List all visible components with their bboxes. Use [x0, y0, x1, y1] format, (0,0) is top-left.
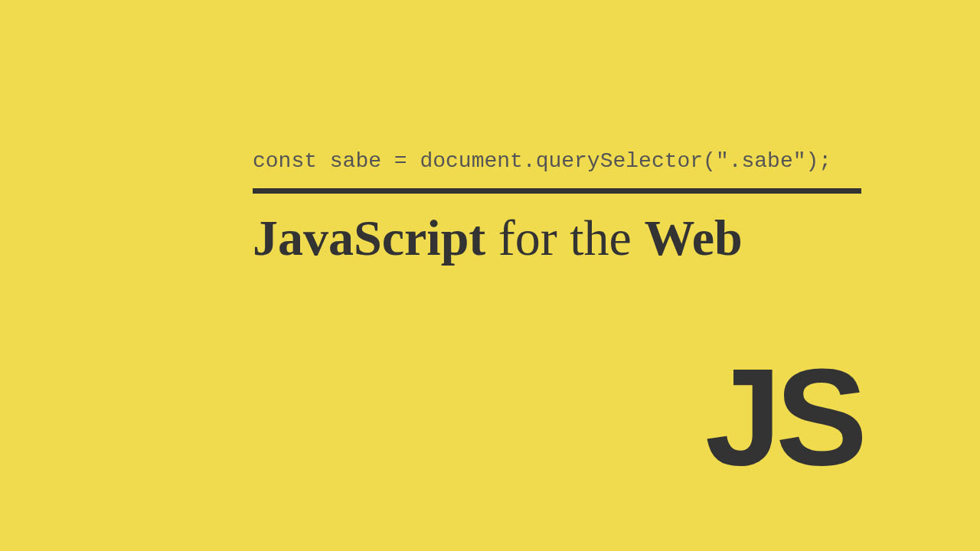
divider-line [253, 188, 861, 194]
js-logo: JS [705, 348, 861, 486]
banner-content: const sabe = document.querySelector(".sa… [253, 149, 861, 263]
heading-word-javascript: JavaScript [253, 210, 485, 266]
main-heading: JavaScript for the Web [253, 213, 861, 263]
heading-word-web: Web [644, 210, 742, 266]
heading-word-forthe: for the [498, 210, 632, 266]
code-snippet: const sabe = document.querySelector(".sa… [253, 149, 861, 173]
